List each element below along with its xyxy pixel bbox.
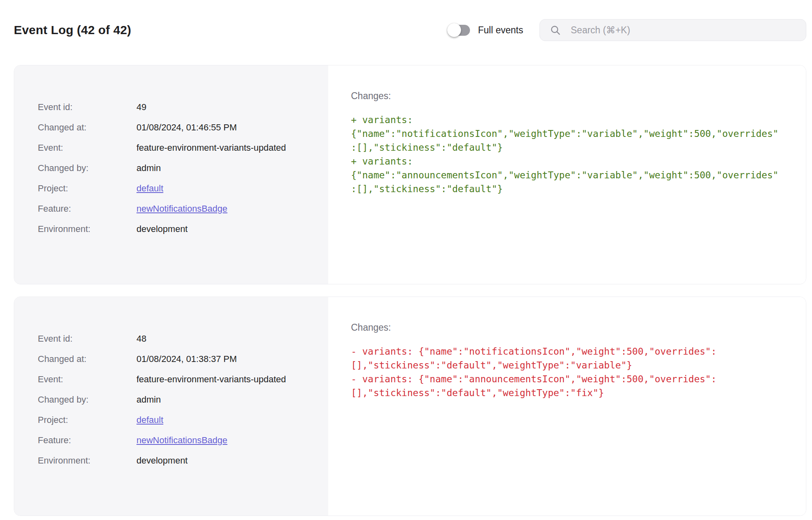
feature-link[interactable]: newNotificationsBadge (136, 435, 227, 445)
field-row-event-id: Event id: 49 (38, 100, 312, 115)
field-value: development (136, 221, 291, 236)
field-label: Project: (38, 181, 136, 196)
changes-heading: Changes: (351, 322, 790, 333)
feature-link[interactable]: newNotificationsBadge (136, 204, 227, 214)
search-input[interactable] (539, 19, 806, 41)
field-label: Event: (38, 140, 136, 155)
field-label: Event: (38, 372, 136, 387)
field-value: 01/08/2024, 01:38:37 PM (136, 351, 291, 366)
project-link[interactable]: default (136, 183, 163, 193)
diff-removed: - variants: {"name":"notificationsIcon",… (351, 344, 790, 400)
event-card: Event id: 49 Changed at: 01/08/2024, 01:… (14, 65, 806, 284)
page-title: Event Log (42 of 42) (14, 23, 131, 37)
field-label: Event id: (38, 100, 136, 115)
changes-heading: Changes: (351, 91, 790, 102)
diff-added: + variants: {"name":"notificationsIcon",… (351, 113, 790, 196)
field-label: Changed by: (38, 160, 136, 176)
field-value: development (136, 453, 291, 468)
field-row-changed-by: Changed by: admin (38, 160, 312, 176)
field-label: Environment: (38, 453, 136, 468)
toggle-thumb (447, 23, 461, 37)
field-label: Feature: (38, 201, 136, 216)
field-row-changed-at: Changed at: 01/08/2024, 01:38:37 PM (38, 351, 312, 366)
event-meta-panel: Event id: 48 Changed at: 01/08/2024, 01:… (14, 297, 328, 516)
field-row-environment: Environment: development (38, 453, 312, 468)
field-label: Changed at: (38, 351, 136, 366)
search-box (539, 19, 806, 41)
event-card: Event id: 48 Changed at: 01/08/2024, 01:… (14, 297, 806, 516)
full-events-toggle[interactable] (447, 23, 471, 37)
field-row-feature: Feature: newNotificationsBadge (38, 201, 312, 216)
field-value: admin (136, 160, 291, 176)
field-row-changed-at: Changed at: 01/08/2024, 01:46:55 PM (38, 120, 312, 135)
field-value: feature-environment-variants-updated (136, 140, 291, 155)
full-events-label: Full events (478, 25, 523, 36)
field-row-project: Project: default (38, 412, 312, 427)
field-row-event-type: Event: feature-environment-variants-upda… (38, 372, 312, 387)
field-value: feature-environment-variants-updated (136, 372, 291, 387)
event-changes-panel: Changes: - variants: {"name":"notificati… (328, 297, 806, 516)
field-value: 48 (136, 331, 291, 346)
field-row-event-id: Event id: 48 (38, 331, 312, 346)
field-label: Feature: (38, 433, 136, 448)
event-meta-panel: Event id: 49 Changed at: 01/08/2024, 01:… (14, 65, 328, 284)
field-row-environment: Environment: development (38, 221, 312, 236)
field-value: 01/08/2024, 01:46:55 PM (136, 120, 291, 135)
field-row-feature: Feature: newNotificationsBadge (38, 433, 312, 448)
field-value: admin (136, 392, 291, 407)
page-header: Event Log (42 of 42) Full events (14, 19, 806, 41)
field-value: 49 (136, 100, 291, 115)
field-label: Event id: (38, 331, 136, 346)
field-row-project: Project: default (38, 181, 312, 196)
project-link[interactable]: default (136, 415, 163, 425)
field-label: Changed at: (38, 120, 136, 135)
field-label: Changed by: (38, 392, 136, 407)
header-controls: Full events (447, 19, 806, 41)
field-label: Project: (38, 412, 136, 427)
event-changes-panel: Changes: + variants: {"name":"notificati… (328, 65, 806, 284)
field-label: Environment: (38, 221, 136, 236)
field-row-changed-by: Changed by: admin (38, 392, 312, 407)
event-log-page: Event Log (42 of 42) Full events Event i… (0, 0, 812, 516)
field-row-event-type: Event: feature-environment-variants-upda… (38, 140, 312, 155)
